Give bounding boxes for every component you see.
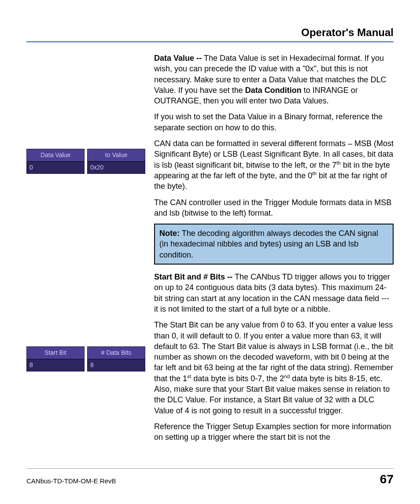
body-text-column: Data Value -- The Data Value is set in H… xyxy=(154,53,394,448)
data-value-input[interactable]: 0 xyxy=(26,161,85,174)
paragraph-data-value: Data Value -- The Data Value is set in H… xyxy=(154,53,394,106)
spacer xyxy=(26,53,145,149)
note-lead: Note: xyxy=(159,229,180,238)
note-box: Note: The decoding algorithm always deco… xyxy=(154,224,394,265)
superscript: th xyxy=(336,160,341,166)
footer-page-number: 67 xyxy=(380,472,394,486)
note-body: The decoding algorithm always decodes th… xyxy=(159,229,378,259)
paragraph-trigger-setup-ref: Reference the Trigger Setup Examples sec… xyxy=(154,421,394,443)
data-value-widget: Data Value 0 xyxy=(26,149,85,174)
data-bits-widget: # Data Bits 8 xyxy=(87,346,145,372)
superscript: st xyxy=(187,373,191,379)
to-value-input[interactable]: 0x20 xyxy=(87,161,145,174)
footer-doc-id: CANbus-TD-TDM-OM-E RevB xyxy=(26,477,116,485)
data-bits-input[interactable]: 8 xyxy=(87,359,145,372)
superscript: th xyxy=(312,170,317,176)
page-header-title: Operator's Manual xyxy=(26,26,394,42)
superscript: nd xyxy=(284,373,290,379)
data-value-label: Data Value xyxy=(26,149,85,161)
data-bits-label: # Data Bits xyxy=(87,346,145,359)
paragraph-start-bit-range: The Start Bit can be any value from 0 to… xyxy=(154,320,394,416)
to-value-label: to Value xyxy=(87,149,145,161)
paragraph-msb-lsb: CAN data can be formatted in several dif… xyxy=(154,138,394,191)
start-bit-widget-group: Start Bit 8 # Data Bits 8 xyxy=(26,346,145,372)
run-bold: Data Condition xyxy=(245,86,302,95)
page-footer: CANbus-TD-TDM-OM-E RevB 67 xyxy=(26,468,394,486)
data-value-widget-group: Data Value 0 to Value 0x20 xyxy=(26,149,145,174)
content-area: Data Value 0 to Value 0x20 Start Bit 8 #… xyxy=(26,53,394,448)
left-column: Data Value 0 to Value 0x20 Start Bit 8 #… xyxy=(26,53,145,448)
paragraph-start-bit-intro: Start Bit and # Bits -- The CANbus TD tr… xyxy=(154,272,394,314)
start-bit-label: Start Bit xyxy=(26,346,85,359)
start-bit-widget: Start Bit 8 xyxy=(26,346,85,372)
spacer xyxy=(26,174,145,346)
paragraph-binary-ref: If you wish to set the Data Value in a B… xyxy=(154,111,394,133)
run-lead: Data Value -- xyxy=(154,54,204,63)
to-value-widget: to Value 0x20 xyxy=(87,149,145,174)
start-bit-input[interactable]: 8 xyxy=(26,359,85,372)
run-lead: Start Bit and # Bits -- xyxy=(154,272,235,281)
page: Operator's Manual Data Value 0 to Value … xyxy=(0,0,420,504)
paragraph-can-controller: The CAN controller used in the Trigger M… xyxy=(154,197,394,219)
run: data byte is bits 0-7, the 2 xyxy=(191,374,284,383)
